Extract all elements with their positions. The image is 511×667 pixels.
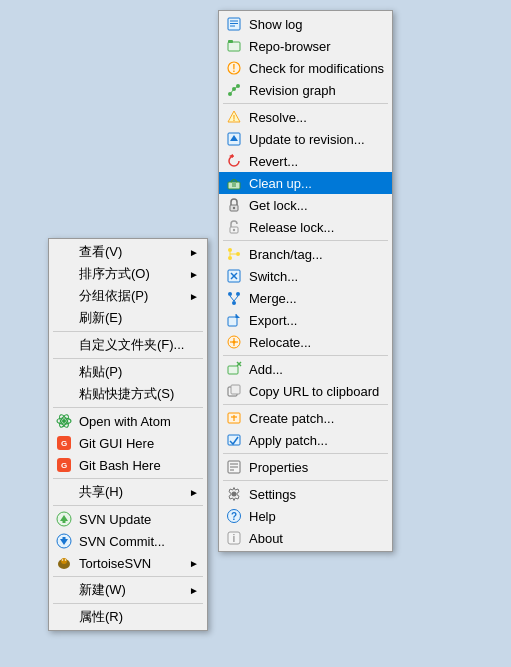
- svg-marker-57: [236, 314, 240, 318]
- submenu-arrow-sort: ►: [189, 269, 199, 280]
- menu-label-group: 分组依据(P): [79, 287, 181, 305]
- relocate-icon: [225, 333, 243, 351]
- svg-point-0: [62, 419, 66, 423]
- svg-text:G: G: [61, 461, 67, 470]
- menu-item-open-atom[interactable]: Open with Atom: [49, 410, 207, 432]
- menu-label-merge: Merge...: [249, 291, 384, 306]
- svg-point-42: [233, 229, 235, 231]
- menu-item-show-log[interactable]: Show log: [219, 13, 392, 35]
- menu-item-properties[interactable]: 属性(R): [49, 606, 207, 628]
- branch-tag-icon: [225, 245, 243, 263]
- menu-item-properties-svn[interactable]: Properties: [219, 456, 392, 478]
- menu-item-cleanup[interactable]: Clean up...: [219, 172, 392, 194]
- sort-icon: [55, 265, 73, 283]
- paste-shortcut-icon: [55, 385, 73, 403]
- menu-label-resolve: Resolve...: [249, 110, 384, 125]
- menu-label-git-gui: Git GUI Here: [79, 436, 199, 451]
- git-bash-icon: G: [55, 456, 73, 474]
- menu-item-get-lock[interactable]: Get lock...: [219, 194, 392, 216]
- new-icon: [55, 581, 73, 599]
- menu-item-group[interactable]: 分组依据(P) ►: [49, 285, 207, 307]
- settings-icon: [225, 485, 243, 503]
- right-sep-4: [223, 404, 388, 405]
- atom-icon: [55, 412, 73, 430]
- menu-item-svn-update[interactable]: SVN Update: [49, 508, 207, 530]
- get-lock-icon: [225, 196, 243, 214]
- svg-rect-67: [231, 385, 240, 394]
- menu-label-copy-url: Copy URL to clipboard: [249, 384, 384, 399]
- menu-item-export[interactable]: Export...: [219, 309, 392, 331]
- rev-graph-icon: [225, 81, 243, 99]
- svg-text:G: G: [61, 439, 67, 448]
- menu-label-refresh: 刷新(E): [79, 309, 199, 327]
- menu-item-repo-browser[interactable]: Repo-browser: [219, 35, 392, 57]
- menu-item-branch-tag[interactable]: Branch/tag...: [219, 243, 392, 265]
- revert-icon: [225, 152, 243, 170]
- clean-icon: [225, 174, 243, 192]
- custom-folder-icon: [55, 336, 73, 354]
- update-rev-icon: [225, 130, 243, 148]
- menu-item-tortoisesvn[interactable]: TortoiseSVN ►: [49, 552, 207, 574]
- menu-item-about[interactable]: i About: [219, 527, 392, 549]
- submenu-arrow-view: ►: [189, 247, 199, 258]
- menu-label-svn-update: SVN Update: [79, 512, 199, 527]
- menu-item-resolve[interactable]: ! Resolve...: [219, 106, 392, 128]
- menu-item-custom-folder[interactable]: 自定义文件夹(F)...: [49, 334, 207, 356]
- check-mod-icon: !: [225, 59, 243, 77]
- menu-label-new: 新建(W): [79, 581, 181, 599]
- export-icon: [225, 311, 243, 329]
- menu-item-switch[interactable]: Switch...: [219, 265, 392, 287]
- menu-item-help[interactable]: ? Help: [219, 505, 392, 527]
- menu-item-rev-graph[interactable]: Revision graph: [219, 79, 392, 101]
- properties-icon: [55, 608, 73, 626]
- svg-point-44: [228, 256, 232, 260]
- switch-icon: [225, 267, 243, 285]
- refresh-icon: [55, 309, 73, 327]
- view-icon: [55, 243, 73, 261]
- menu-label-svn-commit: SVN Commit...: [79, 534, 199, 549]
- menu-item-svn-commit[interactable]: SVN Commit...: [49, 530, 207, 552]
- submenu-arrow-tortoisesvn: ►: [189, 558, 199, 569]
- svg-point-76: [232, 492, 237, 497]
- group-icon: [55, 287, 73, 305]
- create-patch-icon: [225, 409, 243, 427]
- show-log-icon: [225, 15, 243, 33]
- git-gui-icon: G: [55, 434, 73, 452]
- menu-label-properties: 属性(R): [79, 608, 199, 626]
- menu-item-settings[interactable]: Settings: [219, 483, 392, 505]
- menu-item-git-bash[interactable]: G Git Bash Here: [49, 454, 207, 476]
- menu-item-merge[interactable]: Merge...: [219, 287, 392, 309]
- menu-label-about: About: [249, 531, 384, 546]
- left-context-menu: 查看(V) ► 排序方式(O) ► 分组依据(P) ► 刷新(E) 自定义文件夹…: [48, 238, 208, 631]
- menu-item-check-mod[interactable]: ! Check for modifications: [219, 57, 392, 79]
- menu-item-share[interactable]: 共享(H) ►: [49, 481, 207, 503]
- menu-item-revert[interactable]: Revert...: [219, 150, 392, 172]
- menu-item-apply-patch[interactable]: Apply patch...: [219, 429, 392, 451]
- svg-line-55: [234, 296, 238, 301]
- menu-label-custom-folder: 自定义文件夹(F)...: [79, 336, 199, 354]
- menu-label-paste: 粘贴(P): [79, 363, 199, 381]
- svg-point-15: [61, 558, 67, 564]
- menu-item-add[interactable]: Add...: [219, 358, 392, 380]
- svg-text:i: i: [233, 533, 236, 544]
- menu-item-new[interactable]: 新建(W) ►: [49, 579, 207, 601]
- menu-item-update-rev[interactable]: Update to revision...: [219, 128, 392, 150]
- right-sep-5: [223, 453, 388, 454]
- menu-item-sort[interactable]: 排序方式(O) ►: [49, 263, 207, 285]
- menu-item-paste[interactable]: 粘贴(P): [49, 361, 207, 383]
- menu-item-relocate[interactable]: Relocate...: [219, 331, 392, 353]
- menu-item-git-gui[interactable]: G Git GUI Here: [49, 432, 207, 454]
- resolve-icon: !: [225, 108, 243, 126]
- menu-item-create-patch[interactable]: Create patch...: [219, 407, 392, 429]
- svg-point-43: [228, 248, 232, 252]
- merge-icon: [225, 289, 243, 307]
- menu-item-refresh[interactable]: 刷新(E): [49, 307, 207, 329]
- menu-label-revert: Revert...: [249, 154, 384, 169]
- menu-item-view[interactable]: 查看(V) ►: [49, 241, 207, 263]
- svg-point-62: [233, 341, 236, 344]
- add-icon: [225, 360, 243, 378]
- menu-item-paste-shortcut[interactable]: 粘贴快捷方式(S): [49, 383, 207, 405]
- menu-item-copy-url[interactable]: Copy URL to clipboard: [219, 380, 392, 402]
- menu-item-release-lock[interactable]: Release lock...: [219, 216, 392, 238]
- right-sep-2: [223, 240, 388, 241]
